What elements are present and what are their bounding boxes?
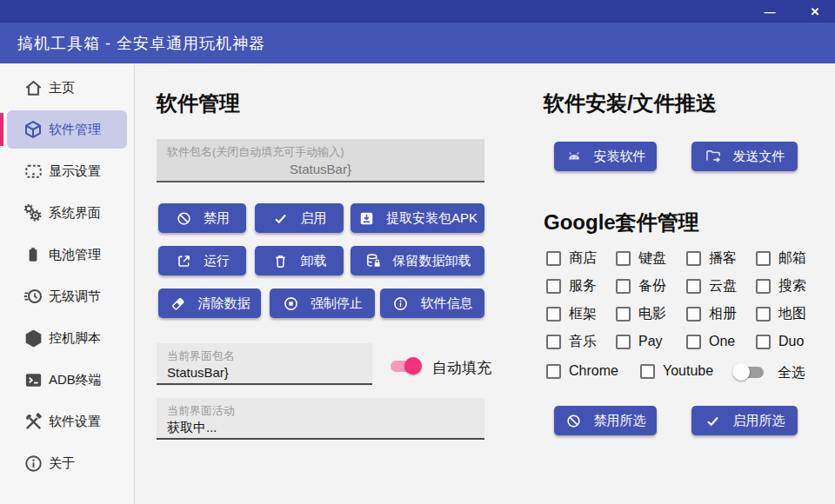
button-label: 强制停止 [311,295,363,312]
sidebar-item-adb-terminal[interactable]: ADB终端 [0,359,134,401]
block-icon [175,209,192,227]
sidebar-item-stepless-adjustment[interactable]: 无级调节 [0,275,134,317]
checkbox-box[interactable] [756,279,771,294]
sidebar-item-software-settings[interactable]: 软件设置 [0,401,134,442]
terminal-icon [23,369,43,390]
checkbox-box[interactable] [546,335,561,349]
checkbox-services[interactable]: 服务 [546,272,616,300]
send-file-button[interactable]: 发送文件 [691,142,798,171]
uninstall-button[interactable]: 卸载 [255,246,344,275]
folder-send-icon [705,148,722,165]
checkbox-box[interactable] [546,279,561,294]
checkbox-duo[interactable]: Duo [756,328,825,355]
checkbox-podcasts[interactable]: 播客 [686,244,756,272]
checkbox-box[interactable] [756,251,771,266]
sidebar-item-label: 无级调节 [49,288,101,305]
section-title-software-management: 软件管理 [157,90,240,117]
checkbox-backup[interactable]: 备份 [616,272,686,300]
checkbox-box[interactable] [686,335,701,349]
select-all-toggle[interactable] [732,363,765,381]
current-package-field[interactable]: 当前界面包名 StatusBar} [157,343,372,385]
stop-circle-icon [282,295,299,312]
checkbox-keyboard[interactable]: 键盘 [616,244,686,272]
extract-apk-button[interactable]: 提取安装包APK [351,203,484,233]
checkbox-box[interactable] [686,251,701,266]
button-label: 发送文件 [733,149,785,165]
uninstall-keep-data-button[interactable]: 保留数据卸载 [351,246,484,275]
package-name-input[interactable]: 软件包名(关闭自动填充可手动输入) StatusBar} [157,139,484,182]
clear-data-button[interactable]: 清除数据 [158,288,261,318]
checkbox-box[interactable] [546,251,561,266]
disable-button[interactable]: 禁用 [158,203,246,233]
checkbox-box[interactable] [616,307,631,322]
checkbox-label: One [709,334,735,349]
minimize-icon[interactable]: — [755,0,785,23]
checkbox-label: Chrome [569,363,618,379]
enable-button[interactable]: 启用 [255,203,344,233]
checkbox-box[interactable] [546,364,561,379]
sidebar-item-software-management[interactable]: 软件管理 [0,109,134,150]
sidebar-item-home[interactable]: 主页 [0,67,134,109]
checkbox-chrome[interactable]: Chrome [546,363,618,379]
button-label: 启用 [301,210,327,227]
checkbox-framework[interactable]: 框架 [546,300,616,328]
checkbox-box[interactable] [616,251,631,266]
checkbox-maps[interactable]: 地图 [756,300,825,328]
tools-icon [23,411,43,432]
checkbox-box[interactable] [616,279,631,294]
button-label: 软件信息 [421,295,473,312]
sidebar-item-label: 关于 [49,455,75,472]
checkbox-one[interactable]: One [686,328,756,355]
sidebar-item-label: 电池管理 [49,247,101,263]
checkbox-box[interactable] [756,335,771,349]
checkbox-label: 地图 [778,305,806,323]
checkbox-box[interactable] [756,307,771,322]
force-stop-button[interactable]: 强制停止 [270,288,375,318]
checkbox-box[interactable] [640,364,655,379]
sidebar-item-control-script[interactable]: 控机脚本 [0,317,134,359]
sidebar-item-system-interface[interactable]: 系统界面 [0,192,134,234]
install-software-button[interactable]: 安装软件 [554,142,657,171]
checkbox-youtube[interactable]: Youtube [640,363,713,379]
button-label: 保留数据卸载 [393,253,471,269]
sidebar-item-label: 显示设置 [49,163,101,180]
checkbox-box[interactable] [546,307,561,322]
checkbox-pay[interactable]: Pay [616,328,686,355]
checkbox-movies[interactable]: 电影 [616,300,686,328]
checkbox-box[interactable] [686,307,701,322]
android-icon [565,148,583,165]
current-activity-value: 获取中... [167,420,217,436]
enable-selected-button[interactable]: 启用所选 [691,406,798,435]
section-title-install-push: 软件安装/文件推送 [544,90,717,117]
toggle-thumb [732,363,750,381]
button-label: 禁用所选 [594,413,646,429]
checkbox-music[interactable]: 音乐 [546,328,616,355]
current-activity-field[interactable]: 当前界面活动 获取中... [157,398,484,440]
checkbox-search[interactable]: 搜索 [756,272,825,300]
select-all-toggle-label: 全选 [778,364,805,382]
app-title: 搞机工具箱 - 全安卓通用玩机神器 [17,33,265,54]
sidebar-item-about[interactable]: 关于 [0,442,134,484]
button-label: 提取安装包APK [386,210,478,227]
checkbox-label: 键盘 [638,249,666,268]
disable-selected-button[interactable]: 禁用所选 [554,406,657,435]
close-icon[interactable]: ✕ [800,0,830,23]
check-icon [272,209,290,227]
sidebar-item-battery-management[interactable]: 电池管理 [0,234,134,275]
checkbox-label: Pay [638,334,663,349]
extract-apk-icon [357,209,375,227]
checkbox-drive[interactable]: 云盘 [686,272,756,300]
checkbox-box[interactable] [616,335,631,349]
checkbox-store[interactable]: 商店 [546,244,616,272]
checkbox-photos[interactable]: 相册 [686,300,756,328]
autofill-toggle[interactable] [389,357,422,375]
checkbox-label: 播客 [709,249,737,268]
button-label: 禁用 [204,210,230,227]
sidebar-item-display-settings[interactable]: 显示设置 [0,150,134,192]
run-button[interactable]: 运行 [158,246,246,275]
checkbox-mail[interactable]: 邮箱 [756,244,825,272]
app-info-button[interactable]: 软件信息 [380,288,484,318]
checkbox-box[interactable] [686,279,701,294]
sidebar-item-label: 系统界面 [49,205,101,222]
battery-icon [23,244,43,265]
